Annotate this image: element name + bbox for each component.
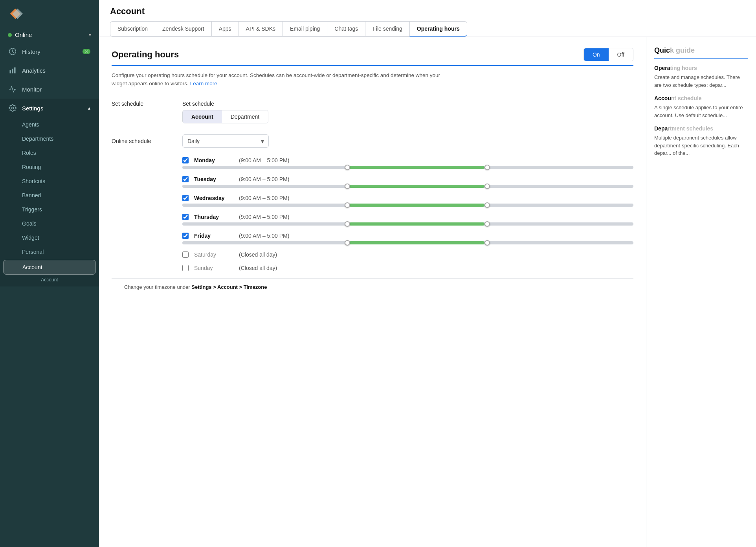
wednesday-slider[interactable] [182,204,633,207]
account-label: Account [22,264,42,270]
friday-slider[interactable] [182,241,633,244]
thursday-checkbox[interactable] [182,214,189,220]
svg-rect-4 [12,69,13,73]
quick-section-account-title: Account schedule [654,95,748,101]
tabs-row: Subscription Zendesk Support Apps API & … [110,21,745,37]
quick-section-dept-title: Department schedules [654,125,748,132]
sidebar-item-banned[interactable]: Banned [0,188,99,202]
sidebar-item-goals[interactable]: Goals [0,217,99,231]
wednesday-thumb-left[interactable] [345,202,350,208]
tab-file-sending[interactable]: File sending [365,21,409,37]
sidebar-item-personal[interactable]: Personal [0,245,99,259]
set-schedule-row: Set schedule Set schedule Account Depart… [112,97,633,123]
sidebar-item-routing[interactable]: Routing [0,160,99,174]
friday-checkbox[interactable] [182,233,189,239]
toggle-off-button[interactable]: Off [609,48,633,61]
day-row-monday: Monday (9:00 AM – 5:00 PM) [182,157,633,169]
day-header-wednesday: Wednesday (9:00 AM – 5:00 PM) [182,195,633,201]
tab-apps[interactable]: Apps [211,21,239,37]
page-title: Account [110,6,745,17]
right-panel: Quick guide Operating hours Create and m… [646,37,756,547]
online-schedule-row: Online schedule Daily Weekly ▾ [112,134,633,148]
friday-slider-fill [349,241,484,244]
day-row-saturday: Saturday (Closed all day) [182,251,633,258]
online-schedule-label: Online schedule [112,138,182,144]
saturday-hours: (Closed all day) [239,251,277,258]
tab-subscription[interactable]: Subscription [110,21,155,37]
day-row-tuesday: Tuesday (9:00 AM – 5:00 PM) [182,176,633,188]
clock-icon [9,48,17,55]
tab-operating-hours[interactable]: Operating hours [409,21,467,37]
saturday-checkbox[interactable] [182,251,189,258]
thursday-thumb-right[interactable] [484,221,490,227]
sidebar: Online ▾ History 3 Analytics Monitor Set… [0,0,99,547]
description-text: Configure your operating hours schedule … [112,72,450,88]
thursday-label: Thursday [194,214,233,220]
settings-section: Settings ▴ Agents Departments Roles Rout… [0,99,99,286]
set-schedule-label: Set schedule [112,97,182,107]
quick-section-opera-text: Create and manage schedules. There are t… [654,73,748,89]
sidebar-item-shortcuts[interactable]: Shortcuts [0,174,99,188]
wednesday-slider-fill [349,204,484,207]
account-department-toggle: Account Department [182,110,268,123]
tuesday-slider-fill [349,185,484,188]
section-header-row: Operating hours On Off [112,48,633,66]
wednesday-hours: (9:00 AM – 5:00 PM) [239,195,289,201]
monday-label: Monday [194,157,233,163]
sidebar-item-history[interactable]: History 3 [0,42,99,61]
thursday-hours: (9:00 AM – 5:00 PM) [239,214,289,220]
sidebar-item-label-monitor: Monitor [22,86,42,93]
activity-icon [9,85,17,93]
wednesday-checkbox[interactable] [182,195,189,201]
tab-zendesk-support[interactable]: Zendesk Support [155,21,211,37]
friday-thumb-left[interactable] [345,240,350,246]
sidebar-item-departments[interactable]: Departments [0,132,99,146]
sidebar-item-analytics[interactable]: Analytics [0,61,99,80]
tab-chat-tags[interactable]: Chat tags [327,21,365,37]
day-header-thursday: Thursday (9:00 AM – 5:00 PM) [182,214,633,220]
wednesday-thumb-right[interactable] [484,202,490,208]
tab-api-sdks[interactable]: API & SDKs [239,21,283,37]
day-header-saturday: Saturday (Closed all day) [182,251,633,258]
bottom-note-text: Change your timezone under Settings > Ac… [124,284,267,290]
account-button[interactable]: Account [183,110,222,123]
thursday-thumb-left[interactable] [345,221,350,227]
monday-slider[interactable] [182,166,633,169]
status-indicator [8,33,12,37]
sidebar-item-label-history: History [22,48,40,55]
sidebar-item-monitor[interactable]: Monitor [0,80,99,99]
thursday-slider[interactable] [182,222,633,226]
sidebar-item-agents[interactable]: Agents [0,117,99,132]
thursday-slider-fill [349,222,484,226]
tab-email-piping[interactable]: Email piping [283,21,327,37]
tuesday-checkbox[interactable] [182,176,189,182]
sunday-label: Sunday [194,265,233,271]
day-header-sunday: Sunday (Closed all day) [182,265,633,271]
monday-thumb-right[interactable] [484,165,490,170]
tuesday-thumb-left[interactable] [345,184,350,189]
settings-header[interactable]: Settings ▴ [0,99,99,117]
status-selector[interactable]: Online ▾ [0,28,99,42]
sidebar-item-roles[interactable]: Roles [0,146,99,160]
sunday-hours: (Closed all day) [239,265,277,271]
friday-thumb-right[interactable] [484,240,490,246]
monday-checkbox[interactable] [182,157,189,163]
gear-icon [9,104,17,112]
learn-more-link[interactable]: Learn more [190,81,217,86]
quick-section-account-text: A single schedule applies to your entire… [654,104,748,119]
tuesday-slider[interactable] [182,185,633,188]
online-schedule-select[interactable]: Daily Weekly [182,134,269,148]
sidebar-item-widget[interactable]: Widget [0,231,99,245]
department-button[interactable]: Department [222,110,268,123]
toggle-on-button[interactable]: On [584,48,609,61]
tuesday-thumb-right[interactable] [484,184,490,189]
days-container: Monday (9:00 AM – 5:00 PM) Tuesday (9:00 [182,157,633,271]
content-wrapper: Operating hours On Off Configure your op… [99,37,756,547]
sunday-checkbox[interactable] [182,265,189,271]
sidebar-item-account[interactable]: Account [3,260,96,275]
on-off-toggle: On Off [584,48,633,61]
monday-slider-fill [349,166,484,169]
sidebar-item-triggers[interactable]: Triggers [0,202,99,217]
online-schedule-select-wrapper: Daily Weekly ▾ [182,134,269,148]
monday-thumb-left[interactable] [345,165,350,170]
